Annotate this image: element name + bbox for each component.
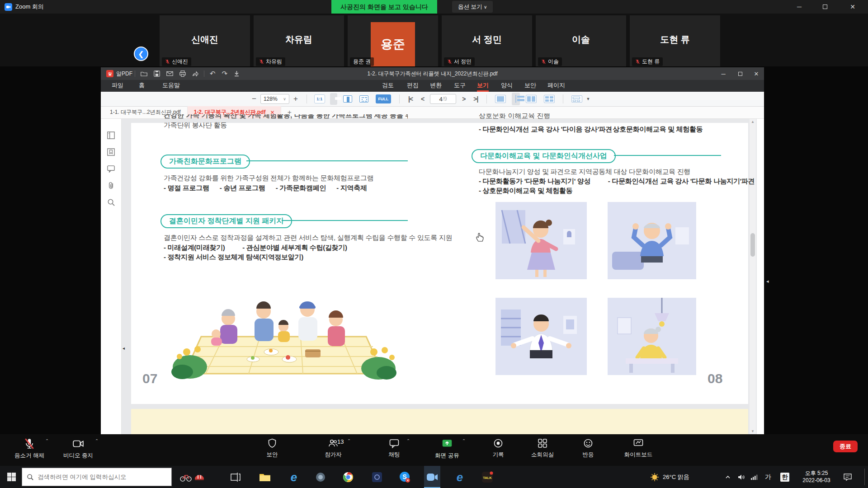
- prev-page-button[interactable]: <: [417, 95, 428, 103]
- zoom-out-button[interactable]: −: [248, 94, 260, 103]
- print-icon[interactable]: [179, 70, 186, 77]
- edge-icon[interactable]: e: [453, 470, 467, 484]
- page-number-input[interactable]: 4/9: [430, 94, 456, 104]
- participant-tile[interactable]: 도현 류 도현 류: [630, 15, 720, 66]
- fit-height-button[interactable]: [343, 95, 352, 103]
- internet-explorer-icon[interactable]: e: [287, 470, 301, 484]
- start-button[interactable]: [7, 473, 16, 481]
- pdf-close-button[interactable]: ✕: [749, 67, 764, 80]
- ime-korean-indicator[interactable]: 한: [780, 473, 789, 482]
- participants-caret[interactable]: ˆ: [348, 439, 350, 445]
- participant-tile[interactable]: 차유림 차유림: [254, 15, 344, 66]
- save-icon[interactable]: [154, 70, 160, 77]
- chrome-icon[interactable]: [341, 470, 355, 484]
- scrollbar-thumb[interactable]: [750, 233, 755, 257]
- participant-tile[interactable]: 용준 용준 권: [348, 15, 438, 66]
- pdf-minimize-button[interactable]: ─: [716, 67, 731, 80]
- undo-icon[interactable]: ↶: [210, 70, 216, 78]
- options-view-button[interactable]: 옵션 보기 ∨: [452, 1, 493, 13]
- maximize-button[interactable]: [816, 0, 834, 14]
- action-center-icon[interactable]: [844, 466, 852, 488]
- actual-size-button[interactable]: 1:1: [314, 94, 325, 103]
- attachments-icon[interactable]: [107, 182, 115, 189]
- two-page-view-button[interactable]: [526, 95, 537, 103]
- fit-width-button[interactable]: [330, 93, 337, 105]
- next-view-arrow-icon[interactable]: ◂: [766, 278, 769, 284]
- stop-video-button[interactable]: 비디오 중지 ˆ: [53, 438, 103, 460]
- whiteboard-button[interactable]: 화이트보드: [613, 438, 663, 459]
- menu-help[interactable]: 도움말: [162, 80, 180, 92]
- chat-caret[interactable]: ˆ: [407, 439, 409, 445]
- photos-app-icon[interactable]: [314, 470, 327, 484]
- page-thumbnails-icon[interactable]: [107, 131, 115, 139]
- search-icon[interactable]: [107, 198, 115, 206]
- close-button[interactable]: ✕: [844, 0, 862, 14]
- layout-dropdown-button[interactable]: ▼: [568, 95, 590, 103]
- menu-review[interactable]: 검토: [382, 80, 394, 92]
- security-button[interactable]: 보안: [247, 438, 297, 459]
- comments-icon[interactable]: [107, 165, 115, 173]
- end-meeting-button[interactable]: 종료: [833, 441, 858, 452]
- skype-icon[interactable]: S✕: [398, 470, 411, 484]
- fit-page-button[interactable]: [359, 95, 368, 103]
- weather-widget[interactable]: 26°C 맑음: [650, 466, 689, 488]
- share-caret[interactable]: ˆ: [463, 439, 465, 445]
- redo-icon[interactable]: ↷: [222, 70, 228, 78]
- taskbar-search-box[interactable]: [22, 468, 172, 486]
- chat-button[interactable]: 채팅 ˆ: [369, 438, 419, 459]
- taskbar-clock[interactable]: 오후 5:25 2022-06-03: [796, 469, 837, 484]
- menu-tools[interactable]: 도구: [454, 80, 466, 92]
- task-view-icon[interactable]: [229, 470, 242, 484]
- minimize-button[interactable]: ─: [790, 0, 808, 14]
- last-page-button[interactable]: >|: [469, 95, 482, 103]
- first-page-button[interactable]: |<: [404, 95, 417, 103]
- menu-page[interactable]: 페이지: [547, 80, 565, 92]
- menu-form[interactable]: 양식: [501, 80, 513, 92]
- full-screen-button[interactable]: FULL: [376, 94, 391, 103]
- mute-options-caret[interactable]: ˆ: [46, 439, 48, 445]
- menu-file[interactable]: 파일: [112, 80, 123, 92]
- file-explorer-icon[interactable]: [258, 470, 272, 484]
- participant-tile[interactable]: 서 정민 서 정민: [442, 15, 532, 66]
- share-icon[interactable]: [192, 71, 198, 77]
- zoom-taskbar-icon[interactable]: [425, 470, 439, 484]
- zoom-in-button[interactable]: +: [289, 94, 302, 103]
- vertical-scrollbar[interactable]: ▲ ▼: [750, 119, 756, 434]
- single-page-view-button[interactable]: [495, 95, 506, 103]
- search-input[interactable]: [38, 474, 164, 480]
- bookmarks-icon[interactable]: [107, 148, 115, 156]
- scroll-down-icon[interactable]: ▼: [751, 429, 755, 433]
- video-options-caret[interactable]: ˆ: [96, 439, 98, 445]
- share-screen-button[interactable]: 화면 공유 ˆ: [422, 438, 472, 460]
- download-icon[interactable]: [234, 70, 240, 77]
- menu-view[interactable]: 보기: [477, 80, 489, 92]
- strip-back-arrow[interactable]: ❮: [134, 47, 148, 61]
- open-file-icon[interactable]: [141, 71, 147, 77]
- unmute-button[interactable]: 음소거 해제 ˆ: [5, 438, 54, 460]
- dark-app-icon[interactable]: [370, 470, 384, 484]
- bicycle-app-icon[interactable]: [179, 470, 193, 484]
- ime-a-indicator[interactable]: 가: [765, 466, 771, 488]
- pdf-maximize-button[interactable]: [732, 67, 748, 80]
- menu-edit[interactable]: 편집: [407, 80, 419, 92]
- email-icon[interactable]: [166, 71, 173, 76]
- participant-tile[interactable]: 신애진 신애진: [160, 15, 250, 66]
- reactions-button[interactable]: 반응: [563, 438, 613, 459]
- hidden-icons-chevron[interactable]: [725, 466, 731, 488]
- continuous-view-button[interactable]: [512, 93, 520, 105]
- breakout-rooms-button[interactable]: 소회의실: [518, 438, 567, 459]
- show-desktop-divider[interactable]: [864, 469, 865, 485]
- next-page-button[interactable]: >: [458, 95, 469, 103]
- collapse-panel-icon[interactable]: ◂: [123, 346, 125, 351]
- zoom-level-select[interactable]: 128%∨: [260, 94, 289, 104]
- menu-home[interactable]: 홈: [139, 80, 145, 92]
- kakaotalk-icon[interactable]: TALK: [481, 470, 494, 484]
- quad-view-button[interactable]: [544, 95, 555, 103]
- record-button[interactable]: 기록: [473, 438, 523, 459]
- network-signal-icon[interactable]: [750, 466, 758, 488]
- menu-security[interactable]: 보안: [524, 80, 536, 92]
- speaker-icon[interactable]: [738, 466, 745, 488]
- menu-convert[interactable]: 변환: [430, 80, 442, 92]
- participants-button[interactable]: 참가자 13 ˆ: [308, 438, 358, 459]
- participant-tile[interactable]: 이솔 이솔: [536, 15, 626, 66]
